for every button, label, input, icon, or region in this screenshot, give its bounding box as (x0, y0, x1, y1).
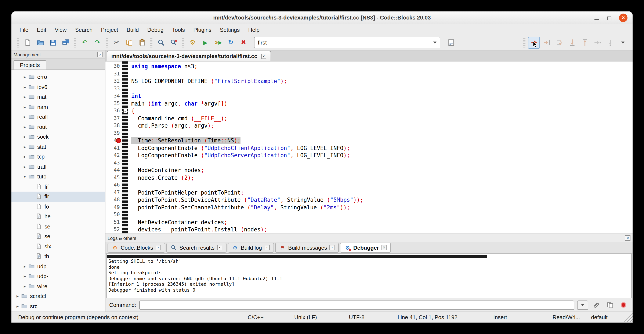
chevron-right-icon[interactable]: ▸ (22, 125, 28, 129)
line-number[interactable]: 46 (106, 181, 120, 189)
tree-item[interactable]: ▸scratcl (12, 291, 105, 301)
menu-tools[interactable]: Tools (168, 25, 189, 34)
log-tab-debugger[interactable]: ⚙Debugger× (340, 243, 391, 252)
line-number[interactable]: 48 (106, 196, 120, 204)
step-into-instruction-icon[interactable] (604, 37, 616, 49)
menu-edit[interactable]: Edit (33, 25, 50, 34)
line-number[interactable]: 45 (106, 174, 120, 181)
editor-tab-close-icon[interactable]: × (261, 54, 266, 59)
log-tab-code-blocks[interactable]: ⚙Code::Blocks× (108, 243, 165, 252)
log-tab-close-icon[interactable]: × (264, 245, 270, 250)
tree-item[interactable]: fir (12, 192, 105, 202)
toolbar-grip[interactable] (17, 38, 19, 47)
replace-icon[interactable] (168, 37, 180, 49)
line-number[interactable]: 41 (106, 144, 120, 152)
line-number[interactable]: 30 (106, 63, 120, 70)
toolbar-grip[interactable] (523, 38, 526, 47)
line-number[interactable]: 36 (106, 107, 120, 115)
tree-item[interactable]: ▸udp- (12, 271, 105, 281)
title-bar[interactable]: mnt/dev/tools/source/ns-3-dev/examples/t… (12, 12, 632, 24)
tree-item[interactable]: ▸stat (12, 142, 105, 152)
log-tab-build-messages[interactable]: ⚑Build messages× (275, 243, 339, 252)
next-instruction-icon[interactable] (592, 37, 603, 49)
command-dropdown-button[interactable] (577, 300, 588, 310)
line-number[interactable]: 42 (106, 152, 120, 159)
cut-icon[interactable]: ✂ (110, 37, 122, 49)
save-all-icon[interactable] (60, 37, 72, 49)
line-number[interactable]: 51 (106, 218, 120, 226)
chevron-right-icon[interactable]: ▸ (22, 264, 28, 269)
fold-marker[interactable]: - (123, 109, 127, 113)
line-number[interactable]: 33 (106, 85, 120, 92)
line-number[interactable]: 31 (106, 70, 120, 78)
toolbar-grip[interactable] (106, 38, 108, 47)
paperclip-icon[interactable] (591, 300, 602, 310)
chevron-right-icon[interactable]: ▸ (22, 155, 28, 159)
menu-search[interactable]: Search (71, 25, 96, 34)
new-file-icon[interactable] (22, 37, 34, 49)
tree-item[interactable]: ▾tuto (12, 172, 105, 182)
step-out-icon[interactable] (579, 37, 591, 49)
chevron-right-icon[interactable]: ▸ (22, 85, 28, 89)
debug-continue-icon[interactable] (528, 37, 540, 49)
chevron-down-icon[interactable] (433, 42, 436, 44)
tree-item[interactable]: ▸erro (12, 72, 105, 82)
project-tree[interactable]: ▸erro▸ipv6▸mat▸nam▸reall▸rout▸sock▸stat▸… (12, 70, 105, 311)
save-icon[interactable] (47, 37, 59, 49)
line-number[interactable]: 39 (106, 130, 120, 137)
management-close-icon[interactable]: × (98, 52, 103, 57)
log-tab-build-log[interactable]: ⚙Build log× (228, 243, 274, 252)
menu-build[interactable]: Build (123, 25, 143, 34)
tree-item[interactable]: ▸src (12, 301, 105, 311)
line-number[interactable]: 52 (106, 226, 120, 233)
tree-item[interactable]: ▸mat (12, 92, 105, 102)
line-number[interactable]: 38 (106, 122, 120, 130)
chevron-right-icon[interactable]: ▸ (22, 145, 28, 149)
tree-item[interactable]: ▸nam (12, 102, 105, 112)
chevron-right-icon[interactable]: ▸ (22, 274, 28, 279)
tree-item[interactable]: se (12, 231, 105, 241)
chevron-right-icon[interactable]: ▸ (22, 115, 28, 119)
paste-icon[interactable] (136, 37, 148, 49)
editor-tab[interactable]: mnt/dev/tools/source/ns-3-dev/examples/t… (107, 51, 271, 61)
menu-file[interactable]: File (16, 25, 32, 34)
tree-item[interactable]: six (12, 241, 105, 251)
minimize-button[interactable] (594, 15, 600, 21)
tree-item[interactable]: fo (12, 202, 105, 211)
resize-grip[interactable] (623, 312, 632, 322)
step-into-icon[interactable] (566, 37, 578, 49)
find-icon[interactable] (155, 37, 167, 49)
command-input[interactable] (139, 300, 574, 310)
search-combobox[interactable] (254, 37, 440, 48)
line-number[interactable]: 35 (106, 100, 120, 107)
line-number[interactable]: 47 (106, 189, 120, 196)
tree-item[interactable]: fif (12, 182, 105, 192)
line-number[interactable]: 34 (106, 92, 120, 100)
toolbar-grip[interactable] (74, 38, 76, 47)
logs-close-icon[interactable]: × (625, 235, 630, 241)
open-file-icon[interactable] (34, 37, 46, 49)
tree-item[interactable]: ▸wire (12, 281, 105, 291)
maximize-button[interactable] (606, 15, 612, 21)
toolbar-grip[interactable] (150, 38, 152, 47)
chevron-right-icon[interactable]: ▸ (22, 284, 28, 289)
redo-icon[interactable]: ↷ (92, 37, 103, 49)
undo-icon[interactable]: ↶ (79, 37, 90, 49)
chevron-right-icon[interactable]: ▸ (22, 75, 28, 80)
line-number[interactable]: 43 (106, 159, 120, 167)
menu-view[interactable]: View (51, 25, 70, 34)
debugger-log[interactable]: Setting SHELL to '/bin/sh'doneSetting br… (106, 253, 632, 298)
tree-item[interactable]: ▸ipv6 (12, 82, 105, 92)
tree-item[interactable]: th (12, 251, 105, 261)
tree-item[interactable]: he (12, 211, 105, 221)
log-tab-search-results[interactable]: Search results× (166, 243, 226, 252)
chevron-right-icon[interactable]: ▸ (22, 95, 28, 99)
log-tab-close-icon[interactable]: × (382, 245, 386, 250)
menu-project[interactable]: Project (97, 25, 122, 34)
close-button[interactable]: × (619, 13, 628, 22)
menu-plugins[interactable]: Plugins (190, 25, 215, 34)
tree-item[interactable]: ▸reall (12, 112, 105, 122)
line-number[interactable]: 32 (106, 78, 120, 85)
rebuild-icon[interactable]: ↻ (225, 37, 237, 49)
build-icon[interactable]: ⚙ (187, 37, 198, 49)
